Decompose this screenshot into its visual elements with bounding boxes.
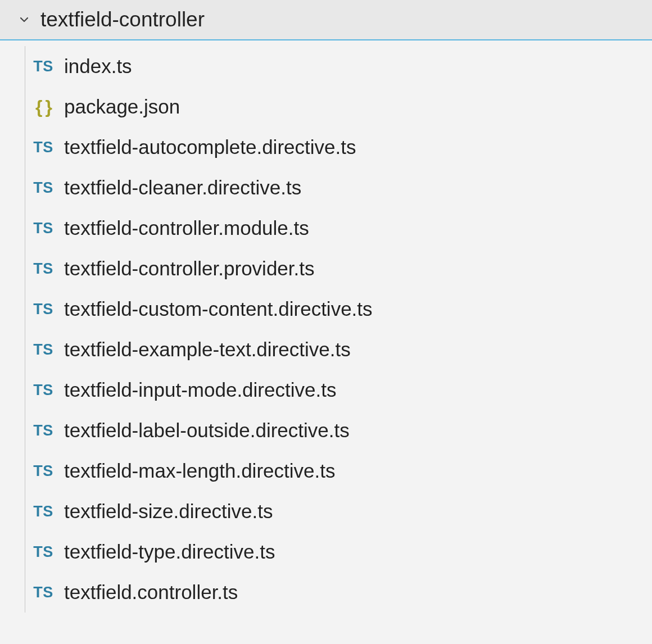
file-row[interactable]: TS textfield-input-mode.directive.ts	[0, 370, 652, 410]
file-name: textfield-size.directive.ts	[64, 500, 273, 523]
file-name: textfield-autocomplete.directive.ts	[64, 136, 356, 158]
file-name: textfield-controller.module.ts	[64, 217, 309, 239]
typescript-icon: TS	[30, 301, 56, 318]
typescript-icon: TS	[30, 341, 56, 359]
typescript-icon: TS	[30, 422, 56, 439]
typescript-icon: TS	[30, 179, 56, 197]
file-row[interactable]: TS textfield-label-outside.directive.ts	[0, 410, 652, 451]
file-row[interactable]: TS index.ts	[0, 46, 652, 87]
file-row[interactable]: TS textfield-type.directive.ts	[0, 532, 652, 572]
file-name: package.json	[64, 96, 180, 118]
file-name: textfield-max-length.directive.ts	[64, 460, 335, 482]
typescript-icon: TS	[30, 220, 56, 237]
file-row[interactable]: TS textfield-cleaner.directive.ts	[0, 167, 652, 208]
file-row[interactable]: TS textfield-example-text.directive.ts	[0, 329, 652, 370]
file-name: textfield-custom-content.directive.ts	[64, 298, 373, 320]
typescript-icon: TS	[30, 543, 56, 561]
file-name: textfield-label-outside.directive.ts	[64, 419, 350, 442]
chevron-down-icon	[17, 12, 31, 27]
file-row[interactable]: TS textfield-autocomplete.directive.ts	[0, 127, 652, 167]
file-name: index.ts	[64, 55, 132, 78]
file-row[interactable]: { } package.json	[0, 87, 652, 127]
file-name: textfield-controller.provider.ts	[64, 257, 314, 280]
json-icon: { }	[30, 97, 56, 117]
file-name: textfield.controller.ts	[64, 581, 238, 604]
typescript-icon: TS	[30, 260, 56, 278]
file-name: textfield-example-text.directive.ts	[64, 338, 351, 361]
file-row[interactable]: TS textfield-controller.module.ts	[0, 208, 652, 248]
file-name: textfield-type.directive.ts	[64, 541, 275, 563]
file-row[interactable]: TS textfield-controller.provider.ts	[0, 248, 652, 289]
file-row[interactable]: TS textfield-custom-content.directive.ts	[0, 289, 652, 329]
file-row[interactable]: TS textfield-size.directive.ts	[0, 491, 652, 532]
file-list: TS index.ts { } package.json TS textfiel…	[0, 40, 652, 613]
file-row[interactable]: TS textfield-max-length.directive.ts	[0, 451, 652, 491]
typescript-icon: TS	[30, 58, 56, 75]
folder-header[interactable]: textfield-controller	[0, 0, 652, 40]
file-name: textfield-input-mode.directive.ts	[64, 379, 336, 401]
typescript-icon: TS	[30, 382, 56, 399]
typescript-icon: TS	[30, 584, 56, 601]
folder-name: textfield-controller	[40, 8, 205, 31]
typescript-icon: TS	[30, 139, 56, 156]
typescript-icon: TS	[30, 462, 56, 480]
typescript-icon: TS	[30, 503, 56, 520]
file-row[interactable]: TS textfield.controller.ts	[0, 572, 652, 613]
file-name: textfield-cleaner.directive.ts	[64, 176, 301, 199]
